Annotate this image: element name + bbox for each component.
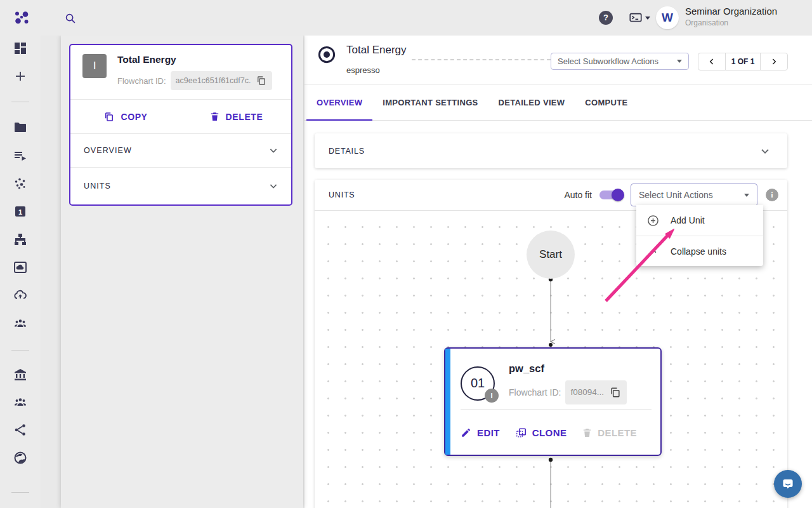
folder-icon[interactable] [13, 120, 28, 135]
workflow-summary-card: I Total Energy Flowchart ID: ac9ee1c651f… [69, 44, 292, 206]
delete-label: DELETE [226, 112, 263, 122]
terminal-icon [628, 11, 643, 25]
unit-actions-menu: Add Unit Collapse units [636, 205, 763, 266]
menu-item-label: Collapse units [671, 246, 726, 257]
cloud-upload-icon[interactable] [13, 288, 28, 303]
subworkflow-actions-label: Select Subworkflow Actions [558, 57, 658, 66]
tab-bar: OVERVIEW IMPORTANT SETTINGS DETAILED VIE… [304, 84, 812, 121]
subworkflow-side-panel: I Total Energy Flowchart ID: ac9ee1c651f… [61, 36, 303, 508]
team-icon[interactable] [13, 316, 28, 331]
chevron-down-icon [267, 144, 280, 157]
title-edit-underline[interactable] [412, 45, 551, 60]
flowchart-id-field[interactable]: ac9ee1c651f61cdf7c... [171, 71, 272, 90]
workflow-card-header: I Total Energy Flowchart ID: ac9ee1c651f… [70, 45, 291, 100]
tab-detailed-view[interactable]: DETAILED VIEW [488, 84, 575, 120]
flowchart-id-value: ac9ee1c651f61cdf7c... [176, 76, 251, 85]
unit-flowchart-id-value: f08094... [570, 387, 604, 397]
tab-important-settings[interactable]: IMPORTANT SETTINGS [372, 84, 488, 120]
unit-flowchart-id-field[interactable]: f08094... [565, 380, 627, 404]
start-node[interactable]: Start [527, 231, 575, 279]
menu-item-add-unit[interactable]: Add Unit [636, 205, 763, 236]
trash-icon [582, 427, 593, 438]
jobs-list-icon[interactable] [13, 148, 28, 163]
pager-prev-button[interactable] [698, 53, 725, 70]
rail-divider [11, 102, 29, 102]
unit-one-icon[interactable]: 1 [13, 204, 28, 219]
upload-box-icon[interactable] [13, 260, 28, 275]
units-label: UNITS [329, 190, 355, 199]
clone-label: CLONE [532, 427, 567, 438]
unit-name: pw_scf [509, 363, 627, 375]
copy-button[interactable]: COPY [70, 100, 181, 133]
rail-divider [11, 492, 29, 493]
main-content: Total Energy espresso Select Subworkflow… [304, 36, 812, 508]
avatar[interactable]: W [656, 6, 679, 29]
auto-fit-toggle[interactable] [599, 190, 622, 199]
pager-label: 1 OF 1 [725, 53, 761, 70]
users-icon[interactable] [13, 394, 28, 410]
auto-fit-control: Auto fit [564, 190, 622, 200]
trash-icon [209, 111, 220, 122]
clone-icon [515, 427, 527, 439]
flowchart-id-label: Flowchart ID: [117, 76, 166, 86]
help-icon[interactable]: ? [599, 11, 613, 25]
application-label: espresso [346, 65, 551, 75]
chevron-down-icon[interactable] [758, 144, 772, 158]
chevron-down-icon [744, 194, 749, 197]
details-label: DETAILS [329, 147, 365, 156]
unit-accent-strip [445, 349, 450, 455]
workflow-sitemap-icon[interactable] [13, 232, 28, 247]
account-info[interactable]: Seminar Organization Organisation [685, 6, 777, 27]
organization-bank-icon[interactable] [13, 367, 28, 382]
console-menu-button[interactable] [628, 11, 651, 25]
subworkflow-header: Total Energy espresso Select Subworkflow… [304, 36, 812, 84]
info-icon[interactable]: i [766, 189, 778, 201]
toggle-knob[interactable] [612, 189, 624, 201]
tab-compute[interactable]: COMPUTE [575, 84, 638, 120]
section-label: UNITS [84, 182, 111, 190]
unit-actions-dropdown[interactable]: Select Unit Actions [631, 184, 757, 206]
workflow-card-actions: COPY DELETE [70, 100, 291, 134]
unit-delete-button[interactable]: DELETE [582, 427, 637, 438]
flowchart-id-label: Flowchart ID: [509, 387, 561, 398]
add-icon[interactable] [13, 69, 28, 84]
edit-label: EDIT [477, 427, 500, 438]
delete-button[interactable]: DELETE [181, 100, 291, 133]
subworkflow-actions-dropdown[interactable]: Select Subworkflow Actions [551, 53, 689, 70]
section-overview[interactable]: OVERVIEW [70, 134, 291, 168]
unit-node-pw-scf[interactable]: 01 I pw_scf Flowchart ID: f08094... [444, 347, 662, 456]
chevron-down-icon [677, 60, 682, 63]
chevron-down-icon [645, 17, 650, 20]
workflow-title: Total Energy [117, 54, 272, 65]
left-icon-rail: 1 [0, 36, 41, 508]
app-logo-icon[interactable] [13, 10, 30, 25]
unit-number-circle: 01 I [461, 366, 495, 401]
unit-actions-label: Select Unit Actions [639, 190, 713, 200]
unit-edit-button[interactable]: EDIT [461, 427, 500, 438]
subworkflow-pager: 1 OF 1 [698, 53, 788, 70]
chevron-up-icon [646, 244, 660, 258]
menu-item-collapse-units[interactable]: Collapse units [636, 236, 763, 266]
tab-overview[interactable]: OVERVIEW [306, 84, 372, 120]
section-units[interactable]: UNITS [70, 168, 291, 204]
chevron-down-icon [267, 180, 280, 192]
globe-icon[interactable] [13, 450, 28, 465]
menu-item-label: Add Unit [671, 215, 705, 225]
auto-fit-label: Auto fit [564, 190, 592, 200]
unit-clone-button[interactable]: CLONE [515, 427, 567, 439]
search-icon[interactable] [63, 11, 77, 25]
subworkflow-title[interactable]: Total Energy [346, 44, 407, 60]
details-accordion[interactable]: DETAILS [315, 133, 787, 168]
org-name: Seminar Organization [685, 6, 777, 17]
materials-dots-icon[interactable] [13, 176, 28, 191]
dashboard-icon[interactable] [13, 41, 28, 56]
chat-launcher[interactable] [774, 470, 802, 498]
svg-text:1: 1 [18, 208, 22, 216]
share-icon[interactable] [13, 422, 28, 438]
copy-icon[interactable] [609, 386, 622, 399]
pager-next-button[interactable] [761, 53, 787, 70]
top-bar: ? W Seminar Organization Organisation [0, 0, 812, 36]
plus-circle-icon [646, 214, 660, 227]
chat-icon [780, 476, 796, 492]
copy-icon[interactable] [256, 75, 267, 86]
